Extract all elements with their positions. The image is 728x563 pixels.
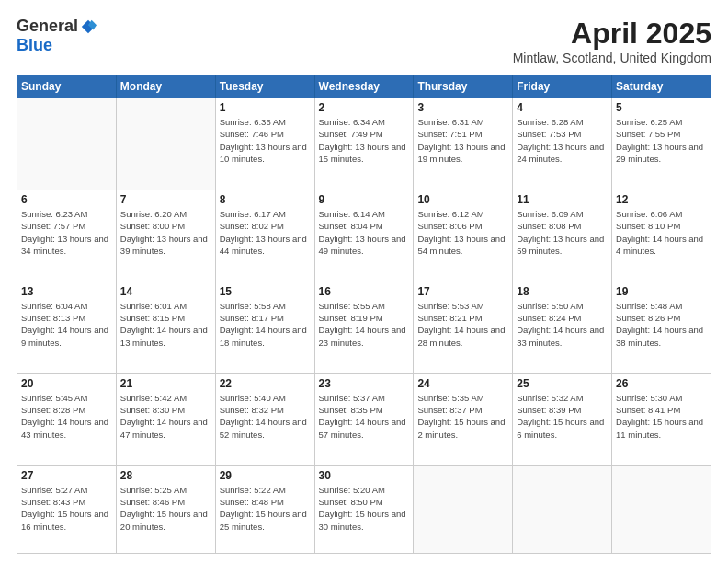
table-row: 27Sunrise: 5:27 AMSunset: 8:43 PMDayligh… — [17, 465, 117, 553]
table-row: 30Sunrise: 5:20 AMSunset: 8:50 PMDayligh… — [314, 465, 414, 553]
table-row — [116, 98, 215, 190]
day-number: 2 — [319, 101, 410, 114]
header: General Blue April 2025 Mintlaw, Scotlan… — [17, 17, 711, 65]
logo-blue-text: Blue — [17, 36, 52, 55]
day-info: Sunrise: 5:20 AMSunset: 8:50 PMDaylight:… — [319, 484, 410, 533]
table-row: 18Sunrise: 5:50 AMSunset: 8:24 PMDayligh… — [513, 282, 612, 373]
table-row: 2Sunrise: 6:34 AMSunset: 7:49 PMDaylight… — [314, 98, 414, 190]
day-info: Sunrise: 5:30 AMSunset: 8:41 PMDaylight:… — [616, 392, 707, 441]
day-number: 4 — [517, 101, 608, 114]
table-row — [513, 465, 612, 553]
day-info: Sunrise: 5:50 AMSunset: 8:24 PMDaylight:… — [517, 300, 608, 349]
day-info: Sunrise: 5:45 AMSunset: 8:28 PMDaylight:… — [21, 392, 112, 441]
day-info: Sunrise: 6:31 AMSunset: 7:51 PMDaylight:… — [417, 116, 508, 165]
table-row: 15Sunrise: 5:58 AMSunset: 8:17 PMDayligh… — [215, 282, 314, 373]
day-number: 3 — [417, 101, 508, 114]
day-number: 11 — [517, 193, 608, 206]
table-row: 1Sunrise: 6:36 AMSunset: 7:46 PMDaylight… — [215, 98, 314, 190]
day-info: Sunrise: 5:53 AMSunset: 8:21 PMDaylight:… — [417, 300, 508, 349]
day-number: 19 — [616, 285, 707, 298]
table-row: 17Sunrise: 5:53 AMSunset: 8:21 PMDayligh… — [414, 282, 513, 373]
day-number: 17 — [417, 285, 508, 298]
day-number: 15 — [220, 285, 311, 298]
day-info: Sunrise: 5:48 AMSunset: 8:26 PMDaylight:… — [616, 300, 707, 349]
table-row: 11Sunrise: 6:09 AMSunset: 8:08 PMDayligh… — [513, 190, 612, 282]
day-number: 21 — [120, 377, 211, 390]
calendar-header-row: Sunday Monday Tuesday Wednesday Thursday… — [17, 75, 711, 98]
day-number: 14 — [120, 285, 211, 298]
table-row: 7Sunrise: 6:20 AMSunset: 8:00 PMDaylight… — [116, 190, 215, 282]
table-row: 6Sunrise: 6:23 AMSunset: 7:57 PMDaylight… — [17, 190, 117, 282]
day-info: Sunrise: 5:27 AMSunset: 8:43 PMDaylight:… — [21, 484, 112, 533]
table-row — [17, 98, 117, 190]
day-number: 29 — [220, 469, 311, 482]
col-thursday: Thursday — [414, 75, 513, 98]
title-block: April 2025 Mintlaw, Scotland, United Kin… — [513, 17, 711, 65]
table-row: 5Sunrise: 6:25 AMSunset: 7:55 PMDaylight… — [612, 98, 711, 190]
day-number: 18 — [517, 285, 608, 298]
table-row: 10Sunrise: 6:12 AMSunset: 8:06 PMDayligh… — [414, 190, 513, 282]
day-number: 28 — [120, 469, 211, 482]
day-number: 24 — [417, 377, 508, 390]
day-info: Sunrise: 6:14 AMSunset: 8:04 PMDaylight:… — [319, 208, 410, 257]
day-info: Sunrise: 5:22 AMSunset: 8:48 PMDaylight:… — [220, 484, 311, 533]
day-number: 12 — [616, 193, 707, 206]
table-row: 9Sunrise: 6:14 AMSunset: 8:04 PMDaylight… — [314, 190, 414, 282]
location: Mintlaw, Scotland, United Kingdom — [513, 51, 711, 65]
col-saturday: Saturday — [612, 75, 711, 98]
day-info: Sunrise: 6:09 AMSunset: 8:08 PMDaylight:… — [517, 208, 608, 257]
page: General Blue April 2025 Mintlaw, Scotlan… — [0, 0, 728, 563]
day-number: 10 — [417, 193, 508, 206]
day-number: 9 — [319, 193, 410, 206]
table-row: 4Sunrise: 6:28 AMSunset: 7:53 PMDaylight… — [513, 98, 612, 190]
table-row: 21Sunrise: 5:42 AMSunset: 8:30 PMDayligh… — [116, 373, 215, 465]
day-info: Sunrise: 6:12 AMSunset: 8:06 PMDaylight:… — [417, 208, 508, 257]
day-info: Sunrise: 5:35 AMSunset: 8:37 PMDaylight:… — [417, 392, 508, 441]
day-info: Sunrise: 6:36 AMSunset: 7:46 PMDaylight:… — [220, 116, 311, 165]
day-info: Sunrise: 6:34 AMSunset: 7:49 PMDaylight:… — [319, 116, 410, 165]
table-row: 3Sunrise: 6:31 AMSunset: 7:51 PMDaylight… — [414, 98, 513, 190]
day-number: 6 — [21, 193, 112, 206]
table-row: 25Sunrise: 5:32 AMSunset: 8:39 PMDayligh… — [513, 373, 612, 465]
day-info: Sunrise: 6:01 AMSunset: 8:15 PMDaylight:… — [120, 300, 211, 349]
day-info: Sunrise: 6:28 AMSunset: 7:53 PMDaylight:… — [517, 116, 608, 165]
table-row: 12Sunrise: 6:06 AMSunset: 8:10 PMDayligh… — [612, 190, 711, 282]
day-number: 23 — [319, 377, 410, 390]
day-number: 1 — [220, 101, 311, 114]
day-info: Sunrise: 6:04 AMSunset: 8:13 PMDaylight:… — [21, 300, 112, 349]
table-row: 20Sunrise: 5:45 AMSunset: 8:28 PMDayligh… — [17, 373, 117, 465]
table-row — [414, 465, 513, 553]
col-wednesday: Wednesday — [314, 75, 414, 98]
day-info: Sunrise: 5:55 AMSunset: 8:19 PMDaylight:… — [319, 300, 410, 349]
day-number: 13 — [21, 285, 112, 298]
day-number: 22 — [220, 377, 311, 390]
day-number: 20 — [21, 377, 112, 390]
day-info: Sunrise: 5:32 AMSunset: 8:39 PMDaylight:… — [517, 392, 608, 441]
table-row: 16Sunrise: 5:55 AMSunset: 8:19 PMDayligh… — [314, 282, 414, 373]
col-sunday: Sunday — [17, 75, 117, 98]
table-row: 24Sunrise: 5:35 AMSunset: 8:37 PMDayligh… — [414, 373, 513, 465]
table-row: 22Sunrise: 5:40 AMSunset: 8:32 PMDayligh… — [215, 373, 314, 465]
day-number: 26 — [616, 377, 707, 390]
day-info: Sunrise: 6:06 AMSunset: 8:10 PMDaylight:… — [616, 208, 707, 257]
table-row: 13Sunrise: 6:04 AMSunset: 8:13 PMDayligh… — [17, 282, 117, 373]
day-number: 5 — [616, 101, 707, 114]
day-info: Sunrise: 6:17 AMSunset: 8:02 PMDaylight:… — [220, 208, 311, 257]
day-info: Sunrise: 5:42 AMSunset: 8:30 PMDaylight:… — [120, 392, 211, 441]
day-number: 7 — [120, 193, 211, 206]
day-info: Sunrise: 6:23 AMSunset: 7:57 PMDaylight:… — [21, 208, 112, 257]
col-monday: Monday — [116, 75, 215, 98]
day-number: 25 — [517, 377, 608, 390]
logo-icon — [80, 18, 97, 35]
day-info: Sunrise: 6:20 AMSunset: 8:00 PMDaylight:… — [120, 208, 211, 257]
calendar-table: Sunday Monday Tuesday Wednesday Thursday… — [17, 75, 711, 554]
day-info: Sunrise: 5:37 AMSunset: 8:35 PMDaylight:… — [319, 392, 410, 441]
day-number: 16 — [319, 285, 410, 298]
col-tuesday: Tuesday — [215, 75, 314, 98]
logo: General Blue — [17, 17, 97, 55]
table-row: 28Sunrise: 5:25 AMSunset: 8:46 PMDayligh… — [116, 465, 215, 553]
day-info: Sunrise: 5:25 AMSunset: 8:46 PMDaylight:… — [120, 484, 211, 533]
day-number: 8 — [220, 193, 311, 206]
day-number: 27 — [21, 469, 112, 482]
table-row: 19Sunrise: 5:48 AMSunset: 8:26 PMDayligh… — [612, 282, 711, 373]
